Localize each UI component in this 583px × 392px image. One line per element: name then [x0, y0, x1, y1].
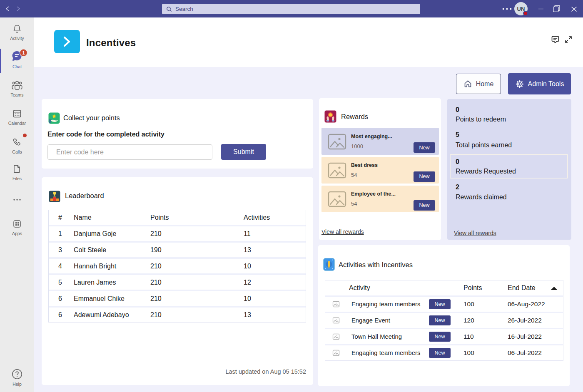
- svg-text:1: 1: [22, 50, 25, 55]
